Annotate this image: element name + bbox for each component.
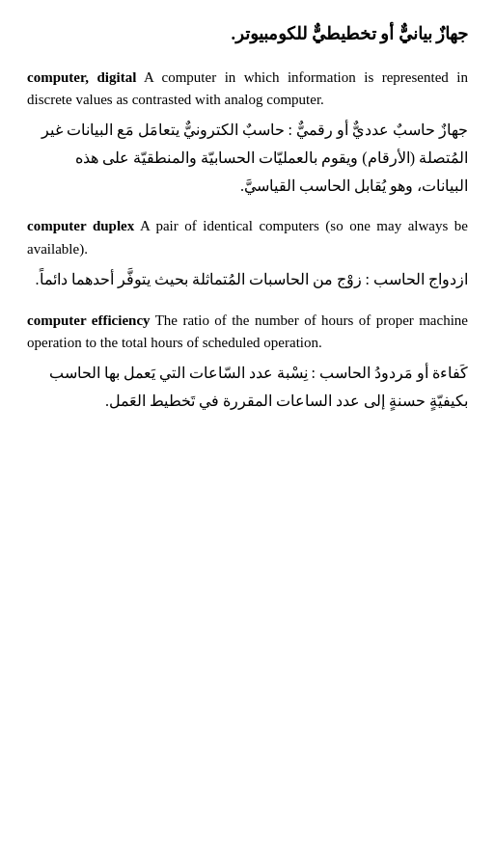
english-definition-computer-efficiency: computer efficiency The ratio of the num…	[27, 310, 468, 355]
entry-computer-efficiency: computer efficiency The ratio of the num…	[27, 310, 468, 416]
arabic-def-text-computer-digital: جهازٌ حاسبٌ عدديٌّ أو رقميٌّ : حاسبٌ الك…	[41, 122, 468, 194]
term-computer-digital: computer, digital	[27, 69, 136, 85]
english-definition-computer-duplex: computer duplex A pair of identical comp…	[27, 215, 468, 260]
arabic-definition-computer-digital: جهازٌ حاسبٌ عدديٌّ أو رقميٌّ : حاسبٌ الك…	[27, 117, 468, 200]
entry-computer-duplex: computer duplex A pair of identical comp…	[27, 215, 468, 293]
arabic-header-text: جهازٌ بيانيٌّ أو تخطيطيٌّ للكومبيوتر.	[27, 19, 468, 49]
arabic-definition-computer-efficiency: كَفاءة أو مَردودُ الحاسب : نِسْبة عدد ال…	[27, 360, 468, 416]
arabic-def-text-computer-duplex: ازدواج الحاسب : زوْج من الحاسبات المُتما…	[36, 271, 468, 287]
term-computer-efficiency: computer efficiency	[27, 312, 151, 328]
entry-computer-digital: computer, digital A computer in which in…	[27, 67, 468, 201]
arabic-definition-computer-duplex: ازدواج الحاسب : زوْج من الحاسبات المُتما…	[27, 266, 468, 294]
arabic-def-text-computer-efficiency: كَفاءة أو مَردودُ الحاسب : نِسْبة عدد ال…	[49, 365, 468, 409]
arabic-header-content: جهازٌ بيانيٌّ أو تخطيطيٌّ للكومبيوتر.	[232, 24, 469, 43]
english-definition-computer-digital: computer, digital A computer in which in…	[27, 67, 468, 112]
term-computer-duplex: computer duplex	[27, 218, 134, 233]
